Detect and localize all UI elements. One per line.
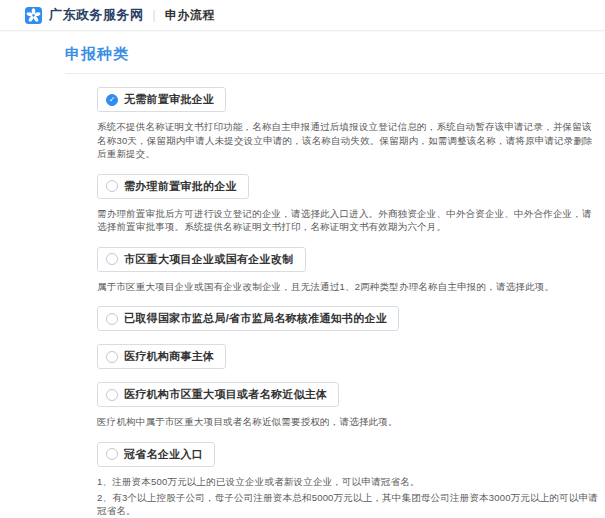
header-page-name: 申办流程	[165, 7, 215, 24]
kapok-flower-logo-icon	[25, 7, 42, 24]
header-divider: |	[153, 8, 156, 22]
option-radio-box[interactable]: 医疗机构商事主体	[97, 344, 226, 369]
radio-unchecked-icon[interactable]	[106, 253, 118, 265]
option-radio-box[interactable]: 需办理前置审批的企业	[97, 174, 249, 199]
application-type-options-list: ✓无需前置审批企业系统不提供名称证明文书打印功能，名称自主申报通过后填报设立登记…	[97, 87, 605, 518]
option-description-list: 1、注册资本500万元以上的已设立企业或者新设立企业，可以申请冠省名。2、有3个…	[97, 475, 599, 518]
option-label: 冠省名企业入口	[124, 447, 203, 462]
main-content: 申报种类 ✓无需前置审批企业系统不提供名称证明文书打印功能，名称自主申报通过后填…	[0, 31, 605, 518]
option-label: 已取得国家市监总局/省市监局名称核准通知书的企业	[124, 311, 387, 326]
site-name: 广东政务服务网	[49, 6, 144, 24]
title-divider	[65, 73, 605, 74]
option-description: 属于市区重大项目企业或国有企业改制企业，且无法通过1、2两种类型办理名称自主申报…	[97, 280, 599, 294]
option-group: ✓无需前置审批企业系统不提供名称证明文书打印功能，名称自主申报通过后填报设立登记…	[97, 87, 599, 161]
option-label: 需办理前置审批的企业	[124, 179, 237, 194]
option-group: 市区重大项目企业或国有企业改制属于市区重大项目企业或国有企业改制企业，且无法通过…	[97, 247, 599, 294]
option-description-line: 2、有3个以上控股子公司，母子公司注册资本总和5000万元以上，其中集团母公司注…	[97, 491, 599, 518]
option-radio-box[interactable]: 已取得国家市监总局/省市监局名称核准通知书的企业	[97, 306, 399, 331]
option-description: 需办理前置审批后方可进行设立登记的企业，请选择此入口进入。外商独资企业、中外合资…	[97, 207, 599, 234]
option-label: 市区重大项目企业或国有企业改制	[124, 252, 294, 267]
option-label: 医疗机构商事主体	[124, 349, 214, 364]
option-radio-box[interactable]: ✓无需前置审批企业	[97, 87, 226, 112]
option-group: 已取得国家市监总局/省市监局名称核准通知书的企业	[97, 306, 599, 331]
option-description: 医疗机构中属于市区重大项目或者名称近似需要授权的，请选择此项。	[97, 415, 599, 429]
option-radio-box[interactable]: 市区重大项目企业或国有企业改制	[97, 247, 306, 272]
option-label: 无需前置审批企业	[124, 92, 214, 107]
radio-unchecked-icon[interactable]	[106, 448, 118, 460]
option-group: 医疗机构市区重大项目或者名称近似主体医疗机构中属于市区重大项目或者名称近似需要授…	[97, 382, 599, 429]
page-title: 申报种类	[65, 45, 605, 64]
option-group: 需办理前置审批的企业需办理前置审批后方可进行设立登记的企业，请选择此入口进入。外…	[97, 174, 599, 234]
radio-checked-icon[interactable]: ✓	[106, 94, 118, 106]
option-description-line: 1、注册资本500万元以上的已设立企业或者新设立企业，可以申请冠省名。	[97, 475, 599, 489]
radio-unchecked-icon[interactable]	[106, 313, 118, 325]
option-group: 医疗机构商事主体	[97, 344, 599, 369]
option-radio-box[interactable]: 医疗机构市区重大项目或者名称近似主体	[97, 382, 339, 407]
option-label: 医疗机构市区重大项目或者名称近似主体	[124, 387, 327, 402]
radio-unchecked-icon[interactable]	[106, 389, 118, 401]
radio-unchecked-icon[interactable]	[106, 180, 118, 192]
top-header: 广东政务服务网 | 申办流程	[0, 0, 605, 31]
option-group: 冠省名企业入口1、注册资本500万元以上的已设立企业或者新设立企业，可以申请冠省…	[97, 442, 599, 518]
option-description: 系统不提供名称证明文书打印功能，名称自主申报通过后填报设立登记信息的，系统自动暂…	[97, 120, 599, 161]
option-radio-box[interactable]: 冠省名企业入口	[97, 442, 215, 467]
radio-unchecked-icon[interactable]	[106, 351, 118, 363]
